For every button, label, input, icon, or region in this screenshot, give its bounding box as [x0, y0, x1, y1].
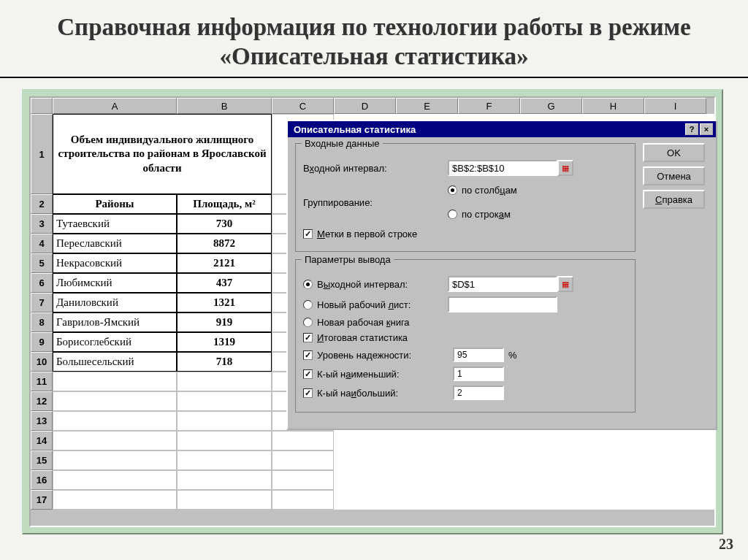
chk-summary-stats[interactable]	[303, 333, 313, 342]
new-sheet-label: Новый рабочий лист:	[317, 299, 411, 310]
chk-kth-smallest-label: К-ый наименьший:	[317, 369, 449, 380]
input-group-legend: Входные данные	[302, 138, 383, 149]
chk-confidence[interactable]	[303, 350, 313, 360]
colhdr-C[interactable]: C	[272, 98, 334, 114]
data-name-0[interactable]: Тутаевский	[53, 214, 177, 234]
colhdr-D[interactable]: D	[334, 98, 396, 114]
radio-new-sheet[interactable]	[303, 300, 313, 310]
chk-kth-smallest[interactable]	[303, 369, 313, 379]
chk-summary-stats-label: Итоговая статистика	[317, 332, 408, 343]
radio-by-columns-label: по столбцам	[462, 185, 517, 196]
output-range-label: Выходной интервал:	[317, 279, 408, 290]
colhdr-E[interactable]: E	[396, 98, 458, 114]
data-val-0[interactable]: 730	[177, 214, 272, 234]
colhdr-A[interactable]: A	[53, 98, 177, 114]
rowhdr-3[interactable]: 3	[31, 214, 53, 234]
slide-title: Справочная информация по технологии рабо…	[0, 0, 748, 78]
dialog-titlebar[interactable]: Описательная статистика ? ×	[288, 121, 716, 137]
output-range-field[interactable]: $D$1	[448, 276, 557, 292]
new-sheet-field[interactable]	[448, 296, 557, 312]
output-group-legend: Параметры вывода	[302, 254, 394, 265]
percent-label: %	[508, 350, 517, 361]
stage: A B C D E F G H I 1 Объем индивидуальног…	[22, 89, 723, 534]
input-range-field[interactable]: $B$2:$B$10	[448, 160, 557, 176]
rowhdr-2[interactable]: 2	[31, 194, 53, 214]
row-15: 15	[31, 450, 714, 470]
page-number: 23	[719, 536, 733, 553]
chk-labels-first-row[interactable]	[303, 229, 313, 239]
colhdr-I[interactable]: I	[644, 98, 706, 114]
chk-kth-largest[interactable]	[303, 388, 313, 398]
header-area[interactable]: Площадь, м²	[177, 194, 272, 214]
radio-by-rows[interactable]	[448, 210, 457, 219]
input-group: Входные данные Входной интервал: $B$2:$B…	[295, 143, 636, 252]
confidence-field[interactable]: 95	[453, 348, 504, 362]
cancel-button[interactable]: Отмена	[643, 166, 705, 185]
rowhdr-1[interactable]: 1	[31, 114, 53, 194]
grouping-label: Группирование:	[303, 197, 442, 208]
row-17: 17	[31, 490, 714, 510]
chk-labels-first-row-label: Метки в первой строке	[317, 229, 417, 239]
radio-by-rows-label: по строкам	[462, 209, 511, 220]
header-rayony[interactable]: Районы	[53, 194, 177, 214]
help-icon[interactable]: ?	[685, 123, 698, 135]
colhdr-H[interactable]: H	[582, 98, 644, 114]
kth-largest-field[interactable]: 2	[453, 386, 504, 400]
colhdr-F[interactable]: F	[458, 98, 520, 114]
close-icon[interactable]: ×	[700, 123, 713, 135]
corner-cell[interactable]	[31, 98, 53, 114]
colhdr-B[interactable]: B	[177, 98, 272, 114]
input-range-label: Входной интервал:	[303, 163, 442, 174]
new-book-label: Новая рабочая книга	[317, 317, 410, 328]
ok-button[interactable]: OK	[643, 143, 705, 162]
dialog-title: Описательная статистика	[294, 124, 416, 135]
inner-frame: A B C D E F G H I 1 Объем индивидуальног…	[29, 96, 716, 527]
output-group: Параметры вывода Выходной интервал: $D$1…	[295, 259, 636, 413]
help-button[interactable]: Справка	[643, 190, 705, 209]
colhdr-G[interactable]: G	[520, 98, 582, 114]
kth-smallest-field[interactable]: 1	[453, 367, 504, 381]
descriptive-stats-dialog: Описательная статистика ? × Входные данн…	[286, 120, 717, 430]
radio-new-book[interactable]	[303, 318, 313, 327]
collapse-range-icon[interactable]: ▦	[557, 160, 573, 176]
radio-by-columns[interactable]	[448, 185, 457, 195]
chk-confidence-label: Уровень надежности:	[317, 350, 449, 361]
column-header-row: A B C D E F G H I	[31, 98, 714, 114]
merged-title-cell[interactable]: Объем индивидуального жилищного строител…	[53, 114, 272, 194]
row-14: 14	[31, 431, 714, 450]
collapse-range-icon-2[interactable]: ▦	[557, 276, 573, 292]
row-16: 16	[31, 470, 714, 490]
radio-output-range[interactable]	[303, 280, 313, 289]
chk-kth-largest-label: К-ый наибольший:	[317, 388, 449, 399]
